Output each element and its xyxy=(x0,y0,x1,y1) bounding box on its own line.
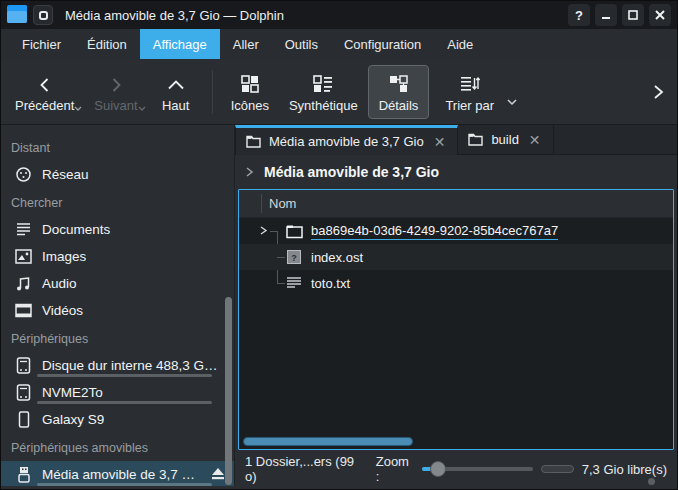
slider-knob[interactable] xyxy=(430,461,446,477)
help-icon: ? xyxy=(575,8,583,23)
hard-drive-icon xyxy=(15,384,32,401)
close-icon xyxy=(654,9,666,21)
eject-icon[interactable] xyxy=(210,467,226,483)
file-row-toto-txt[interactable]: toto.txt xyxy=(239,270,673,296)
minimize-button[interactable] xyxy=(595,4,617,26)
sidebar-item-reseau[interactable]: Réseau xyxy=(1,161,234,188)
menu-aller[interactable]: Aller xyxy=(220,29,272,59)
sidebar-item-nvme2to[interactable]: NVME2To xyxy=(1,379,234,406)
tree-line xyxy=(277,283,285,284)
document-icon xyxy=(15,221,32,238)
menu-affichage[interactable]: Affichage xyxy=(140,29,220,59)
svg-text:?: ? xyxy=(291,253,297,263)
zoom-label: Zoom : xyxy=(376,454,415,484)
section-header-distant: Distant xyxy=(1,133,234,161)
file-row-folder[interactable]: ba869e4b-03d6-4249-9202-85b4cec767a7 xyxy=(239,218,673,244)
sort-icon xyxy=(459,72,481,94)
menu-fichier[interactable]: Fichier xyxy=(9,29,74,59)
disk-usage-bar xyxy=(37,374,212,377)
chevron-right-icon xyxy=(107,72,125,94)
view-header[interactable]: Nom xyxy=(239,190,673,218)
free-space-label: 7,3 Gio libre(s) xyxy=(582,462,667,477)
places-panel: Distant Réseau Chercher Documents Images xyxy=(1,125,235,486)
toolbar-overflow-button[interactable] xyxy=(651,83,665,101)
breadcrumb[interactable]: Média amovible de 3,7 Gio xyxy=(235,155,677,189)
hard-drive-icon xyxy=(15,357,32,374)
folder-view[interactable]: Nom ba869e4b-03d6-4249-9202-85b4cec767a7 xyxy=(238,189,674,450)
details-view-icon xyxy=(388,72,410,94)
app-folder-icon xyxy=(7,7,27,23)
section-header-chercher: Chercher xyxy=(1,188,234,216)
sidebar-item-galaxy-s9[interactable]: Galaxy S9 xyxy=(1,406,234,433)
text-file-icon xyxy=(285,274,303,292)
chevron-up-icon xyxy=(166,72,186,94)
file-name[interactable]: ba869e4b-03d6-4249-9202-85b4cec767a7 xyxy=(311,223,558,240)
zoom-slider[interactable] xyxy=(422,460,533,478)
sidebar-item-media-amovible[interactable]: Média amovible de 3,7 … xyxy=(1,461,234,486)
tab-close-icon[interactable]: ✕ xyxy=(432,135,448,149)
window-body: Distant Réseau Chercher Documents Images xyxy=(1,125,677,486)
toolbar-separator xyxy=(212,70,213,114)
sidebar-item-documents[interactable]: Documents xyxy=(1,216,234,243)
details-view-button[interactable]: Détails xyxy=(368,65,430,119)
expand-chevron-icon[interactable] xyxy=(259,224,268,239)
film-icon xyxy=(15,302,32,319)
window-menu-button[interactable] xyxy=(33,5,53,25)
chevron-left-icon xyxy=(36,72,54,94)
sort-dropdown-chevron-icon[interactable] xyxy=(506,98,518,106)
resize-grip[interactable] xyxy=(648,478,655,485)
tab-build[interactable]: build ✕ xyxy=(458,125,553,154)
unknown-file-icon: ? xyxy=(285,248,303,266)
dolphin-window: Média amovible de 3,7 Gio — Dolphin ? Fi… xyxy=(0,0,678,490)
close-button[interactable] xyxy=(649,4,671,26)
window-controls: ? xyxy=(568,4,671,26)
sidebar-scrollbar[interactable] xyxy=(225,297,232,485)
title-bar[interactable]: Média amovible de 3,7 Gio — Dolphin ? xyxy=(1,1,677,29)
maximize-icon xyxy=(627,9,639,21)
usb-stick-icon xyxy=(15,466,32,483)
menu-aide[interactable]: Aide xyxy=(434,29,486,59)
file-row-index-ost[interactable]: ? index.ost xyxy=(239,244,673,270)
icons-view-button[interactable]: Icônes xyxy=(221,66,279,118)
menu-edition[interactable]: Édition xyxy=(74,29,140,59)
music-note-icon xyxy=(15,275,32,292)
section-header-peripheriques: Périphériques xyxy=(1,324,234,352)
minimize-icon xyxy=(600,9,612,21)
tab-bar: Média amovible de 3,7 Gio ✕ build ✕ xyxy=(235,125,677,155)
up-button[interactable]: Haut xyxy=(148,66,204,118)
compact-view-icon xyxy=(312,72,334,94)
horizontal-scrollbar[interactable] xyxy=(243,437,413,446)
maximize-button[interactable] xyxy=(622,4,644,26)
back-button[interactable]: Précédent xyxy=(5,66,84,118)
folder-icon xyxy=(285,222,303,240)
sidebar-item-images[interactable]: Images xyxy=(1,243,234,270)
folder-icon xyxy=(246,135,261,148)
file-name[interactable]: toto.txt xyxy=(311,276,350,291)
chevron-right-icon xyxy=(651,83,665,101)
sidebar-item-disque-interne[interactable]: Disque dur interne 488,3 G… xyxy=(1,352,234,379)
tree-line xyxy=(277,257,285,258)
sidebar-item-audio[interactable]: Audio xyxy=(1,270,234,297)
free-space-bar xyxy=(541,465,574,473)
chevron-down-small-icon xyxy=(138,99,146,114)
items-summary: 1 Dossier,...ers (99 o) xyxy=(245,454,364,484)
sidebar-item-videos[interactable]: Vidéos xyxy=(1,297,234,324)
file-name[interactable]: index.ost xyxy=(311,250,363,265)
disk-usage-bar xyxy=(37,483,212,486)
app-badge-icon xyxy=(39,11,48,20)
tab-close-icon[interactable]: ✕ xyxy=(527,133,543,147)
breadcrumb-location[interactable]: Média amovible de 3,7 Gio xyxy=(264,164,439,180)
tab-media-amovible[interactable]: Média amovible de 3,7 Gio ✕ xyxy=(235,125,458,155)
menu-configuration[interactable]: Configuration xyxy=(331,29,434,59)
icons-view-icon xyxy=(240,72,260,94)
forward-button[interactable]: Suivant xyxy=(84,66,147,118)
chevron-down-small-icon xyxy=(74,99,82,114)
column-header-nom[interactable]: Nom xyxy=(269,196,296,211)
network-icon xyxy=(15,166,32,183)
sort-by-button[interactable]: Trier par xyxy=(435,66,504,118)
help-button[interactable]: ? xyxy=(568,4,590,26)
toolbar: Précédent Suivant Haut xyxy=(1,59,677,125)
compact-view-button[interactable]: Synthétique xyxy=(279,66,368,118)
file-rows: ba869e4b-03d6-4249-9202-85b4cec767a7 ? i… xyxy=(239,218,673,296)
menu-outils[interactable]: Outils xyxy=(272,29,331,59)
